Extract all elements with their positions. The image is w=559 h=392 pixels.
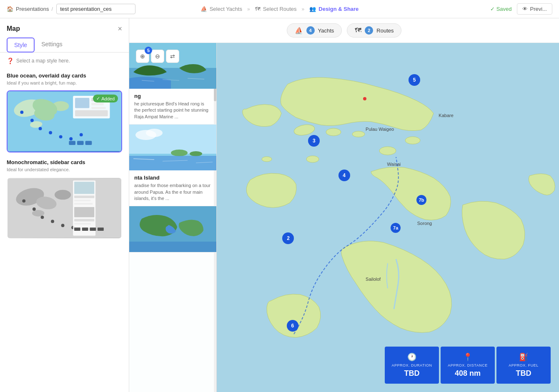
fuel-value: TBD <box>501 369 546 378</box>
presentation-title-input[interactable] <box>56 4 135 14</box>
marker-label-2: 2 <box>287 235 290 241</box>
svg-point-30 <box>61 224 65 227</box>
panel-close-button[interactable]: × <box>118 25 122 32</box>
step-design-share[interactable]: 👥 Design & Share <box>306 4 362 14</box>
routes-pill[interactable]: 🗺 2 Routes <box>347 23 401 37</box>
stat-card-fuel: ⛽ APPROX. FUEL TBD <box>496 347 551 384</box>
yachts-step-icon: ⛵ <box>201 6 207 12</box>
svg-point-50 <box>262 157 272 162</box>
itin-text-1: ng he picturesque Bird's Head rong is th… <box>129 89 216 124</box>
svg-point-6 <box>30 119 34 122</box>
svg-rect-16 <box>91 107 105 109</box>
svg-point-9 <box>59 135 63 138</box>
hint-text: Select a map style here. <box>16 58 70 64</box>
svg-rect-20 <box>85 141 92 145</box>
svg-point-24 <box>55 190 71 200</box>
svg-rect-35 <box>74 200 90 201</box>
svg-rect-41 <box>82 227 88 231</box>
svg-point-5 <box>20 110 23 114</box>
itinerary-side-strip[interactable]: ng he picturesque Bird's Head rong is th… <box>129 43 217 392</box>
step-select-routes[interactable]: 🗺 Select Routes <box>252 4 300 14</box>
svg-point-62 <box>171 150 188 156</box>
right-area: ⛵ 4 Yachts 🗺 2 Routes <box>129 18 559 392</box>
itinerary-item-3[interactable] <box>129 206 216 252</box>
route-count-badge: 5 <box>145 47 152 54</box>
distance-icon: 📍 <box>446 352 490 362</box>
map-marker-4[interactable]: 4 <box>338 170 350 181</box>
style-blue-preview: ✓ Added <box>8 91 121 152</box>
stat-card-duration: 🕐 APPROX. DURATION TBD <box>385 347 439 384</box>
itin-desc-2: aradise for those embarking on a tour ar… <box>134 182 211 202</box>
svg-point-27 <box>33 207 36 211</box>
panel-hint: ❓ Select a map style here. <box>0 52 129 69</box>
map-marker-3[interactable]: 3 <box>308 135 320 147</box>
itin-img-3 <box>129 206 216 252</box>
marker-label-7b: 7b <box>419 197 424 202</box>
tab-settings[interactable]: Settings <box>35 37 69 52</box>
yachts-step-label: Select Yachts <box>210 6 242 12</box>
yachts-icon: ⛵ <box>295 27 303 35</box>
nav-right: ✓ Saved 👁 Previ... <box>490 3 552 15</box>
stats-bar: 🕐 APPROX. DURATION TBD 📍 APPROX. DISTANC… <box>385 347 551 384</box>
svg-point-29 <box>51 220 54 223</box>
map-marker-6[interactable]: 6 <box>287 320 298 332</box>
svg-rect-33 <box>74 182 94 194</box>
distance-label: APPROX. DISTANCE <box>446 363 490 367</box>
svg-rect-17 <box>75 110 108 116</box>
svg-point-63 <box>190 151 202 156</box>
style-1-subtitle: Ideal if you want a bright, fun map. <box>0 80 129 89</box>
tab-style[interactable]: Style <box>7 37 35 52</box>
step-arrow-2: » <box>302 6 305 12</box>
map-container[interactable]: ⊕ 5 ⊖ ⇄ 3 4 <box>129 43 559 392</box>
svg-rect-34 <box>74 196 94 198</box>
info-icon: ❓ <box>7 57 14 64</box>
breadcrumb-presentations[interactable]: Presentations <box>16 6 49 12</box>
breadcrumb: 🏠 Presentations / <box>7 6 53 12</box>
route-mode-button[interactable]: ⇄ <box>166 50 179 63</box>
map-background: ⊕ 5 ⊖ ⇄ 3 4 <box>129 43 559 392</box>
duration-label: APPROX. DURATION <box>390 363 434 367</box>
marker-label-6: 6 <box>291 323 294 329</box>
routes-step-icon: 🗺 <box>255 6 261 12</box>
itinerary-item-2[interactable]: nta Island aradise for those embarking o… <box>129 125 216 206</box>
svg-rect-37 <box>74 207 94 217</box>
itin-img-svg-3 <box>129 206 216 252</box>
zoom-in-button[interactable]: ⊕ 5 <box>136 50 149 63</box>
svg-rect-64 <box>129 156 216 170</box>
map-style-card-blue-ocean[interactable]: ✓ Added <box>7 90 122 152</box>
marker-label-7a: 7a <box>393 225 398 230</box>
style-1-title: Blue ocean, overlaid day cards <box>0 69 129 80</box>
svg-rect-36 <box>74 203 93 205</box>
yachts-label: Yachts <box>318 27 334 34</box>
svg-point-7 <box>39 127 42 130</box>
step-select-yachts[interactable]: ⛵ Select Yachts <box>197 4 246 14</box>
itin-title-2: nta Island <box>134 175 211 181</box>
panel-scroll[interactable]: Blue ocean, overlaid day cards Ideal if … <box>0 69 129 392</box>
preview-button[interactable]: 👁 Previ... <box>517 3 552 15</box>
map-style-card-monochromatic[interactable] <box>7 177 122 239</box>
map-marker-7a[interactable]: 7a <box>391 223 401 233</box>
map-marker-7b[interactable]: 7b <box>416 195 426 205</box>
itin-img-2 <box>129 125 216 170</box>
route-mode-icon: ⇄ <box>170 53 175 60</box>
svg-point-10 <box>69 137 73 140</box>
map-marker-2[interactable]: 2 <box>282 232 294 244</box>
style-mono-preview <box>8 178 121 238</box>
svg-rect-43 <box>98 227 104 231</box>
routes-bar: ⛵ 4 Yachts 🗺 2 Routes <box>129 18 559 43</box>
routes-step-label: Select Routes <box>263 6 297 12</box>
svg-point-25 <box>32 210 44 217</box>
map-controls: ⊕ 5 ⊖ ⇄ <box>136 50 179 63</box>
design-step-icon: 👥 <box>309 6 316 12</box>
zoom-out-button[interactable]: ⊖ <box>151 50 164 63</box>
itin-title-1: ng <box>134 93 211 99</box>
panel-tabs: Style Settings <box>0 32 129 52</box>
routes-label: Routes <box>376 27 394 34</box>
stat-card-distance: 📍 APPROX. DISTANCE 408 nm <box>441 347 495 384</box>
map-marker-5[interactable]: 5 <box>409 74 420 86</box>
yachts-pill[interactable]: ⛵ 4 Yachts <box>287 23 342 37</box>
svg-rect-19 <box>77 141 84 145</box>
svg-rect-42 <box>90 227 96 231</box>
marker-label-4: 4 <box>343 172 346 178</box>
breadcrumb-separator: / <box>52 6 53 12</box>
